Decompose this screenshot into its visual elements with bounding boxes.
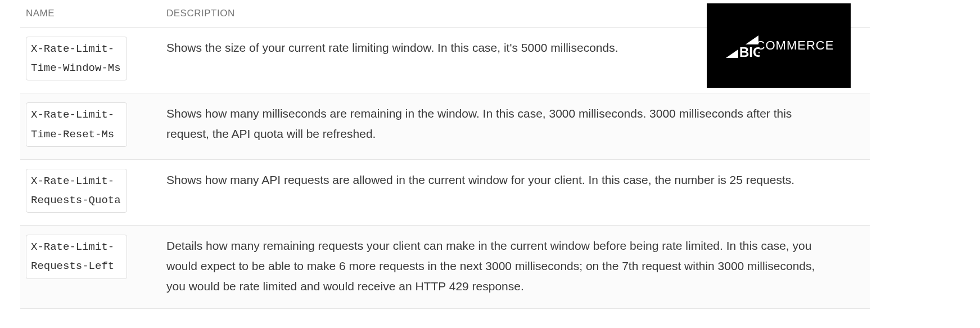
- bigcommerce-logo: BIG COMMERCE: [707, 3, 851, 88]
- header-description: Shows how many milliseconds are remainin…: [161, 93, 870, 159]
- table-row: X-Rate-Limit-Requests-Left Details how m…: [20, 226, 870, 309]
- logo-triangle-icon: BIG: [724, 34, 757, 57]
- header-name-code: X-Rate-Limit-Time-Window-Ms: [26, 37, 127, 80]
- header-name-code: X-Rate-Limit-Requests-Quota: [26, 169, 127, 213]
- header-name-code: X-Rate-Limit-Time-Reset-Ms: [26, 102, 127, 146]
- table-row: X-Rate-Limit-Time-Reset-Ms Shows how man…: [20, 93, 870, 159]
- header-description: Shows how many API requests are allowed …: [161, 159, 870, 225]
- table-row: X-Rate-Limit-Requests-Quota Shows how ma…: [20, 159, 870, 225]
- header-description: Details how many remaining requests your…: [161, 226, 870, 309]
- column-header-name: NAME: [20, 0, 161, 28]
- svg-text:BIG: BIG: [739, 44, 760, 59]
- logo-text-commerce: COMMERCE: [756, 38, 834, 53]
- header-name-code: X-Rate-Limit-Requests-Left: [26, 235, 127, 278]
